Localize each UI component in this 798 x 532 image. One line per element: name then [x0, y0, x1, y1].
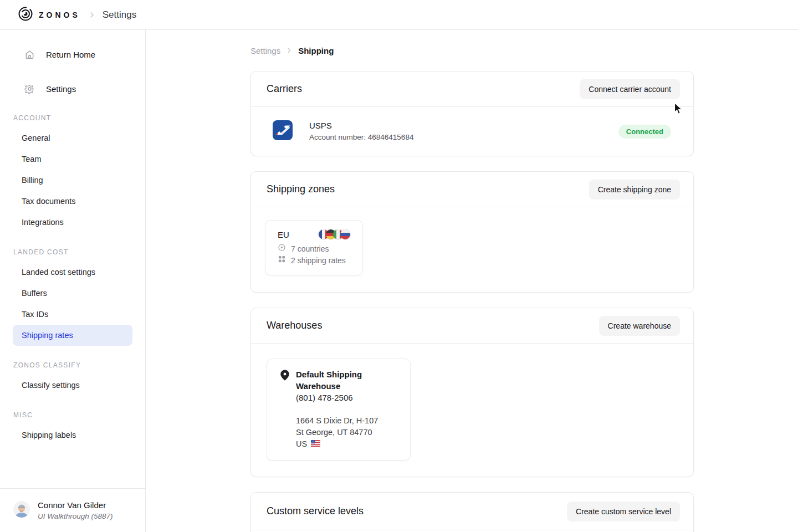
sidebar-item-tax-documents[interactable]: Tax documents [13, 191, 132, 212]
sidebar-item-classify-settings[interactable]: Classify settings [13, 375, 132, 396]
sidebar-item-label: Team [22, 155, 41, 163]
custom-service-levels-title: Custom service levels [267, 505, 364, 517]
sidebar-settings[interactable]: Settings [0, 80, 145, 98]
chevron-right-icon [88, 11, 96, 19]
sidebar-item-landed-cost-settings[interactable]: Landed cost settings [13, 262, 132, 283]
chevron-right-icon [286, 46, 293, 55]
brand-name: ZONOS [39, 11, 80, 19]
sidebar-item-label: Billing [22, 176, 43, 185]
create-shipping-zone-button[interactable]: Create shipping zone [589, 180, 680, 200]
topbar-title: Settings [103, 9, 136, 21]
usps-logo-icon [273, 120, 293, 142]
gear-icon [24, 84, 35, 94]
sidebar-item-label: Shipping labels [22, 431, 76, 439]
sidebar-item-general[interactable]: General [13, 127, 132, 149]
warehouse-card-default[interactable]: Default Shipping Warehouse (801) 478-250… [267, 359, 411, 461]
main-content: Settings Shipping Carriers Connect carri… [146, 45, 798, 532]
breadcrumb-settings[interactable]: Settings [250, 46, 280, 55]
sidebar: Return Home Settings ACCOUNT General Tea… [0, 30, 146, 532]
connect-carrier-account-button[interactable]: Connect carrier account [580, 79, 680, 99]
status-badge-connected: Connected [618, 125, 671, 139]
carriers-card: Carriers Connect carrier account USPS Ac… [250, 71, 694, 156]
sidebar-item-label: Integrations [22, 218, 64, 227]
warehouse-address-line1: 1664 S Dixie Dr, H-107 [296, 415, 398, 427]
sidebar-section-zonos-classify: ZONOS CLASSIFY [13, 361, 145, 369]
shipping-zones-card: Shipping zones Create shipping zone EU [250, 171, 694, 293]
home-icon [24, 49, 35, 60]
warehouses-title: Warehouses [267, 320, 322, 331]
map-pin-icon [279, 369, 290, 450]
zone-flags [319, 229, 350, 239]
sidebar-section-account: ACCOUNT [13, 114, 145, 122]
carrier-row-usps[interactable]: USPS Account number: 46846415684 Connect… [251, 107, 693, 156]
sidebar-item-label: Buffers [22, 289, 47, 298]
warehouse-address-line2: St George, UT 84770 [296, 427, 398, 438]
target-icon [278, 243, 286, 255]
sidebar-item-label: Landed cost settings [22, 268, 95, 277]
user-workspace: UI Walkthrough (5887) [38, 511, 113, 521]
sidebar-item-integrations[interactable]: Integrations [13, 212, 132, 233]
create-custom-service-level-button[interactable]: Create custom service level [567, 502, 680, 521]
zonos-spiral-icon [18, 6, 33, 24]
russia-flag-icon [340, 229, 350, 239]
brand[interactable]: ZONOS [18, 6, 80, 24]
sidebar-return-home-label: Return Home [46, 50, 95, 59]
sidebar-item-buffers[interactable]: Buffers [13, 283, 132, 304]
sidebar-item-label: Shipping rates [22, 331, 73, 340]
zone-card-eu[interactable]: EU 7 countries [265, 220, 363, 275]
shipping-zones-title: Shipping zones [267, 183, 335, 195]
sidebar-return-home[interactable]: Return Home [0, 45, 145, 63]
sidebar-user[interactable]: Connor Van Gilder UI Walkthrough (5887) [0, 488, 145, 532]
sidebar-settings-label: Settings [46, 84, 76, 94]
sidebar-item-team[interactable]: Team [13, 149, 132, 170]
carriers-title: Carriers [267, 83, 302, 95]
zone-countries-count: 7 countries [291, 243, 329, 255]
sidebar-item-label: Tax IDs [22, 310, 48, 319]
create-warehouse-button[interactable]: Create warehouse [599, 316, 680, 336]
warehouse-phone: (801) 478-2506 [296, 392, 398, 403]
zone-name: EU [278, 230, 289, 239]
sidebar-section-landed-cost: LANDED COST [13, 248, 145, 256]
zone-rates-count: 2 shipping rates [291, 255, 346, 267]
us-flag-icon [311, 438, 320, 450]
breadcrumb-shipping: Shipping [298, 46, 334, 55]
top-bar: ZONOS Settings [0, 0, 798, 30]
sidebar-item-shipping-labels[interactable]: Shipping labels [13, 424, 132, 446]
warehouse-country: US [296, 438, 307, 450]
sidebar-item-label: Classify settings [22, 381, 80, 390]
sidebar-item-billing[interactable]: Billing [13, 170, 132, 191]
carrier-account-number: Account number: 46846415684 [309, 132, 413, 142]
warehouses-card: Warehouses Create warehouse Default Ship… [250, 308, 694, 477]
user-name: Connor Van Gilder [38, 500, 113, 511]
breadcrumb: Settings Shipping [250, 45, 798, 56]
grid-icon [278, 255, 286, 267]
warehouse-name: Default Shipping Warehouse [296, 369, 398, 392]
sidebar-section-misc: MISC [13, 411, 145, 419]
sidebar-item-label: Tax documents [22, 197, 76, 206]
sidebar-item-tax-ids[interactable]: Tax IDs [13, 304, 132, 325]
custom-service-levels-card: Custom service levels Create custom serv… [250, 492, 694, 532]
avatar [13, 501, 30, 520]
sidebar-item-label: General [22, 134, 50, 142]
carrier-name: USPS [309, 120, 413, 131]
sidebar-item-shipping-rates[interactable]: Shipping rates [13, 325, 132, 346]
